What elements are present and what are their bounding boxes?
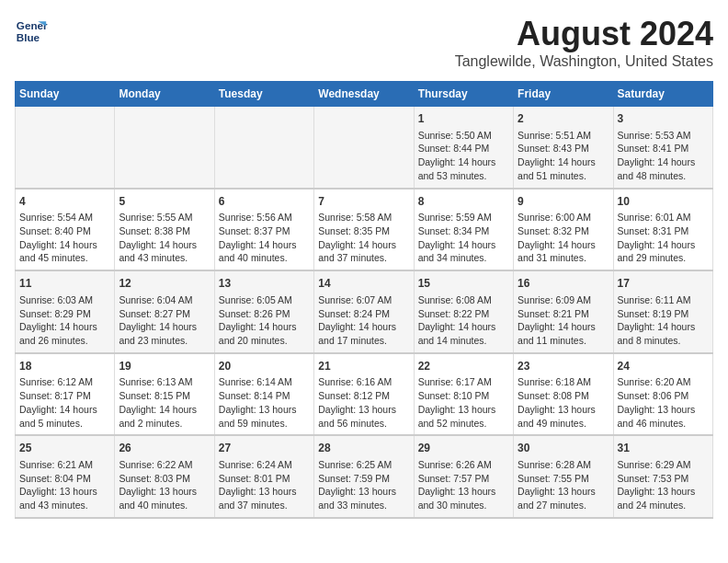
day-info-line: and 59 minutes. (219, 417, 310, 431)
day-info-line: Sunrise: 6:08 AM (418, 293, 509, 307)
day-info-line: and 49 minutes. (518, 417, 609, 431)
day-info-line: and 24 minutes. (618, 499, 709, 512)
day-info-line: Daylight: 14 hours (19, 403, 110, 417)
day-number: 30 (518, 441, 609, 456)
day-number: 10 (618, 194, 709, 210)
day-info-line: Sunrise: 6:29 AM (618, 458, 709, 472)
day-info-line: Sunrise: 5:59 AM (418, 211, 509, 224)
week-row-2: 4Sunrise: 5:54 AMSunset: 8:40 PMDaylight… (16, 189, 713, 271)
day-info-line: Sunset: 8:40 PM (19, 224, 110, 238)
day-info-line: and 34 minutes. (418, 251, 509, 265)
calendar-cell: 25Sunrise: 6:21 AMSunset: 8:04 PMDayligh… (16, 435, 115, 518)
day-info-line: Sunrise: 5:55 AM (119, 211, 210, 224)
day-info-line: Daylight: 13 hours (219, 485, 310, 499)
day-info-line: Sunrise: 6:04 AM (119, 293, 210, 307)
day-number: 20 (219, 359, 310, 374)
day-info-line: and 2 minutes. (119, 417, 210, 431)
day-info-line: Sunset: 7:55 PM (518, 472, 609, 486)
day-info-line: Sunset: 8:08 PM (518, 389, 609, 403)
title-area: August 2024 Tanglewilde, Washington, Uni… (455, 15, 713, 70)
day-number: 14 (318, 276, 409, 292)
calendar-cell: 2Sunrise: 5:51 AMSunset: 8:43 PMDaylight… (514, 107, 613, 189)
calendar-cell: 7Sunrise: 5:58 AMSunset: 8:35 PMDaylight… (314, 189, 414, 271)
day-info-line: Sunrise: 6:24 AM (219, 458, 310, 472)
calendar-cell: 18Sunrise: 6:12 AMSunset: 8:17 PMDayligh… (16, 353, 115, 436)
day-info-line: Daylight: 13 hours (618, 403, 709, 417)
day-info-line: and 51 minutes. (518, 169, 609, 183)
svg-text:General: General (17, 19, 48, 31)
calendar-cell (16, 107, 115, 189)
calendar-cell: 4Sunrise: 5:54 AMSunset: 8:40 PMDaylight… (16, 189, 115, 271)
day-number: 29 (418, 441, 509, 456)
logo-icon: General Blue (15, 15, 48, 48)
calendar-cell: 17Sunrise: 6:11 AMSunset: 8:19 PMDayligh… (613, 270, 712, 353)
day-info-line: Sunrise: 5:51 AM (518, 129, 609, 143)
day-number: 27 (219, 441, 310, 456)
calendar-cell: 20Sunrise: 6:14 AMSunset: 8:14 PMDayligh… (214, 353, 313, 436)
day-info-line: and 27 minutes. (518, 499, 609, 512)
day-number: 17 (618, 276, 709, 292)
day-number: 11 (19, 276, 110, 292)
day-info-line: Daylight: 14 hours (219, 238, 310, 252)
day-info-line: Daylight: 13 hours (618, 485, 709, 499)
day-info-line: Sunset: 8:41 PM (618, 142, 709, 155)
calendar-cell (214, 107, 313, 189)
day-info-line: Sunset: 7:59 PM (318, 472, 409, 486)
week-row-1: 1Sunrise: 5:50 AMSunset: 8:44 PMDaylight… (16, 107, 713, 189)
calendar-cell: 26Sunrise: 6:22 AMSunset: 8:03 PMDayligh… (115, 435, 214, 518)
day-info-line: Daylight: 14 hours (418, 155, 509, 169)
day-number: 4 (19, 194, 110, 210)
day-info-line: and 26 minutes. (19, 334, 110, 348)
week-row-3: 11Sunrise: 6:03 AMSunset: 8:29 PMDayligh… (16, 270, 713, 353)
calendar-cell: 6Sunrise: 5:56 AMSunset: 8:37 PMDaylight… (214, 189, 313, 271)
day-info-line: Sunset: 8:17 PM (19, 389, 110, 403)
day-info-line: Sunset: 8:43 PM (518, 142, 609, 155)
calendar-cell: 27Sunrise: 6:24 AMSunset: 8:01 PMDayligh… (214, 435, 313, 518)
calendar-cell: 15Sunrise: 6:08 AMSunset: 8:22 PMDayligh… (414, 270, 513, 353)
day-info-line: and 37 minutes. (219, 499, 310, 512)
day-number: 2 (518, 111, 609, 127)
day-info-line: Daylight: 13 hours (219, 403, 310, 417)
day-info-line: Sunrise: 6:14 AM (219, 375, 310, 389)
calendar-cell: 5Sunrise: 5:55 AMSunset: 8:38 PMDaylight… (115, 189, 214, 271)
day-info-line: and 53 minutes. (418, 169, 509, 183)
day-number: 8 (418, 194, 509, 210)
day-info-line: and 8 minutes. (618, 334, 709, 348)
day-info-line: Daylight: 14 hours (418, 238, 509, 252)
day-info-line: and 43 minutes. (19, 499, 110, 512)
day-number: 15 (418, 276, 509, 292)
day-number: 24 (618, 359, 709, 374)
day-info-line: Sunset: 7:53 PM (618, 472, 709, 486)
day-info-line: Sunset: 8:29 PM (19, 307, 110, 321)
day-info-line: and 17 minutes. (318, 334, 409, 348)
day-info-line: Sunset: 8:22 PM (418, 307, 509, 321)
day-info-line: Daylight: 14 hours (318, 238, 409, 252)
day-info-line: and 31 minutes. (518, 251, 609, 265)
day-info-line: and 52 minutes. (418, 417, 509, 431)
header-row: SundayMondayTuesdayWednesdayThursdayFrid… (16, 82, 713, 107)
day-info-line: Sunset: 8:35 PM (318, 224, 409, 238)
day-number: 1 (418, 111, 509, 127)
day-info-line: Sunset: 8:15 PM (119, 389, 210, 403)
day-info-line: and 14 minutes. (418, 334, 509, 348)
svg-text:Blue: Blue (17, 31, 40, 43)
day-info-line: Daylight: 13 hours (318, 485, 409, 499)
day-info-line: Daylight: 14 hours (518, 238, 609, 252)
day-info-line: Daylight: 14 hours (19, 320, 110, 334)
day-info-line: Sunrise: 6:09 AM (518, 293, 609, 307)
day-info-line: Daylight: 14 hours (119, 403, 210, 417)
day-info-line: Sunrise: 6:17 AM (418, 375, 509, 389)
day-info-line: Sunset: 8:03 PM (119, 472, 210, 486)
day-info-line: Sunset: 8:31 PM (618, 224, 709, 238)
day-number: 16 (518, 276, 609, 292)
calendar-body: 1Sunrise: 5:50 AMSunset: 8:44 PMDaylight… (16, 107, 713, 518)
day-number: 25 (19, 441, 110, 456)
day-info-line: Daylight: 13 hours (418, 403, 509, 417)
calendar-cell (314, 107, 414, 189)
calendar-cell: 10Sunrise: 6:01 AMSunset: 8:31 PMDayligh… (613, 189, 712, 271)
day-info-line: Sunrise: 6:07 AM (318, 293, 409, 307)
logo: General Blue (15, 15, 48, 48)
header-cell-saturday: Saturday (613, 82, 712, 107)
calendar-cell: 14Sunrise: 6:07 AMSunset: 8:24 PMDayligh… (314, 270, 414, 353)
day-info-line: Sunset: 8:14 PM (219, 389, 310, 403)
